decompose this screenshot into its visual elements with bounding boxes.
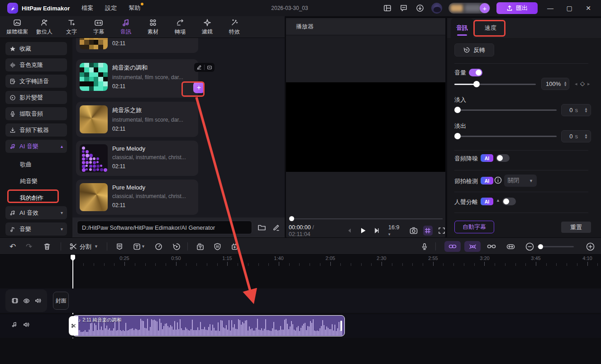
clip-trim-handle-left[interactable] — [69, 316, 78, 336]
music-card[interactable]: world music, new age, unde... 02:11 — [76, 38, 198, 53]
audio-clip[interactable]: ♪ 2:11 純音楽の調和 — [72, 315, 345, 336]
aspect-ratio-dropdown[interactable]: 16:9 ▾ — [388, 224, 402, 237]
keyframe-prev-icon[interactable]: ◂ — [575, 81, 577, 87]
video-track-lane[interactable] — [0, 288, 601, 313]
split-label[interactable]: 分割 — [80, 243, 91, 251]
timeline-ruler[interactable] — [0, 255, 601, 266]
audio-track-mute-icon[interactable] — [23, 321, 29, 328]
volume-slider-handle[interactable] — [473, 81, 480, 87]
playhead-handle[interactable] — [70, 255, 76, 261]
next-frame-button[interactable] — [374, 227, 380, 234]
magnet-snap-icon[interactable] — [464, 241, 481, 252]
add-account-icon[interactable]: + — [480, 3, 490, 13]
open-folder-icon[interactable] — [258, 223, 267, 232]
sidebar-item-video-voice-changer[interactable]: 影片變聲 — [5, 91, 67, 104]
sidebar-item-ai-music[interactable]: AI 音樂▴ — [5, 140, 67, 153]
chevron-down-icon[interactable]: ▼ — [94, 244, 98, 249]
volume-value-box[interactable]: 100%▲▼ — [541, 78, 569, 90]
add-to-timeline-button[interactable]: + — [193, 82, 205, 93]
sidebar-item-music[interactable]: 音樂▾ — [5, 222, 67, 236]
zoom-in-icon[interactable] — [585, 241, 596, 252]
tab-speed-settings[interactable]: 速度 — [481, 18, 501, 38]
clip-trim-handle-right[interactable] — [340, 321, 342, 331]
info-icon[interactable] — [494, 176, 502, 184]
track-mute-icon[interactable] — [35, 298, 41, 304]
fade-in-slider[interactable] — [454, 107, 557, 113]
crop-add-icon[interactable] — [229, 241, 240, 252]
link-clips-icon[interactable] — [444, 241, 461, 252]
save-path-input[interactable] — [77, 221, 252, 234]
sidebar-subitem-songs[interactable]: 歌曲 — [5, 156, 67, 173]
tab-filters[interactable]: 濾鏡 — [195, 17, 220, 37]
music-card[interactable]: Pure Melody classical, instrumental, chr… — [76, 180, 198, 215]
denoise-toggle[interactable] — [496, 154, 510, 162]
seek-handle[interactable] — [289, 216, 294, 221]
sidebar-subitem-my-creations[interactable]: 我的創作 — [5, 189, 67, 206]
feedback-icon[interactable] — [399, 3, 409, 13]
close-button[interactable]: ✕ — [582, 5, 595, 12]
sidebar-item-text-to-speech[interactable]: 文字轉語音 — [5, 75, 67, 88]
tab-subtitles[interactable]: 字幕 — [86, 17, 111, 37]
fade-out-value-box[interactable]: 0s▲▼ — [561, 130, 591, 142]
speed-icon[interactable] — [153, 241, 164, 252]
track-visibility-icon[interactable] — [23, 298, 30, 304]
keyframe-diamond-icon[interactable]: ◇ — [580, 80, 585, 87]
volume-slider[interactable] — [454, 81, 536, 87]
undo-icon[interactable]: ↶ — [7, 241, 18, 252]
delete-icon[interactable] — [42, 241, 52, 252]
tab-text[interactable]: 文字 — [59, 17, 84, 37]
collapse-caret-icon[interactable]: ▲ — [496, 198, 500, 203]
zoom-out-icon[interactable] — [524, 241, 535, 252]
sidebar-item-audio-downloader[interactable]: 音頻下載器 — [5, 123, 67, 137]
sticker-marker-icon[interactable] — [114, 241, 125, 252]
redo-icon[interactable]: ↷ — [24, 241, 34, 252]
cover-button[interactable]: 封面 — [53, 292, 69, 310]
account-name-pill[interactable]: + — [448, 3, 490, 14]
menu-file[interactable]: 檔案 — [81, 4, 93, 12]
play-button[interactable] — [359, 227, 367, 234]
snapshot-icon[interactable] — [410, 227, 418, 234]
menu-settings[interactable]: 設定 — [105, 4, 117, 12]
reset-button[interactable]: 重置 — [561, 222, 591, 233]
stepper-icons[interactable]: ▲▼ — [582, 134, 588, 139]
fit-timeline-icon[interactable] — [505, 241, 516, 252]
auto-subtitle-button[interactable]: 自動字幕 — [454, 221, 494, 233]
edit-path-icon[interactable] — [272, 223, 280, 232]
export-button[interactable]: 匯出 — [496, 2, 538, 14]
edit-icon[interactable] — [196, 65, 202, 70]
fade-out-slider[interactable] — [454, 133, 557, 139]
stepper-icons[interactable]: ▲▼ — [561, 81, 567, 87]
tab-media-files[interactable]: 媒體檔案 — [5, 17, 30, 37]
tab-audio[interactable]: 音訊 — [113, 17, 138, 37]
fade-in-handle[interactable] — [454, 107, 461, 113]
music-card[interactable]: 純音乐之旅 instrumental, film score, dar... 0… — [76, 102, 198, 137]
beat-detect-dropdown[interactable]: 關閉▼ — [504, 175, 537, 187]
fade-in-value-box[interactable]: 0s▲▼ — [561, 104, 591, 116]
text-track-icon[interactable] — [195, 241, 205, 252]
music-card-selected[interactable]: 純音楽の調和 instrumental, film score, dar... … — [76, 59, 198, 98]
text-box-icon[interactable] — [131, 241, 142, 252]
remove-folder-icon[interactable] — [207, 65, 212, 70]
tab-stickers[interactable]: 素材 — [140, 17, 166, 37]
tab-effects[interactable]: 特效 — [222, 17, 247, 37]
music-card[interactable]: Pure Melody classical, instrumental, chr… — [76, 141, 198, 176]
chevron-down-icon[interactable]: ▼ — [141, 244, 145, 249]
fullscreen-icon[interactable] — [438, 227, 445, 234]
reverse-button[interactable]: 反轉 — [454, 43, 494, 57]
volume-toggle[interactable] — [469, 69, 482, 76]
shield-pause-icon[interactable] — [212, 241, 223, 252]
split-scissors-icon[interactable] — [68, 241, 79, 252]
maximize-button[interactable]: ▢ — [563, 5, 576, 12]
keyframe-next-icon[interactable]: ▸ — [587, 81, 590, 87]
zoom-slider-handle[interactable] — [538, 244, 543, 249]
download-center-icon[interactable] — [415, 3, 425, 13]
vocal-separation-toggle[interactable] — [502, 198, 516, 205]
tab-transitions[interactable]: 轉場 — [167, 17, 193, 37]
grid-overlay-button[interactable] — [423, 226, 433, 236]
record-voiceover-icon[interactable] — [419, 241, 430, 252]
sidebar-subitem-instrumental[interactable]: 純音樂 — [5, 173, 67, 189]
sidebar-item-extract-audio[interactable]: 擷取音頻 — [5, 107, 67, 120]
minimize-button[interactable]: — — [544, 5, 557, 12]
seek-bar[interactable] — [286, 215, 445, 222]
sidebar-item-ai-sound-effects[interactable]: AI 音效▾ — [5, 206, 67, 219]
